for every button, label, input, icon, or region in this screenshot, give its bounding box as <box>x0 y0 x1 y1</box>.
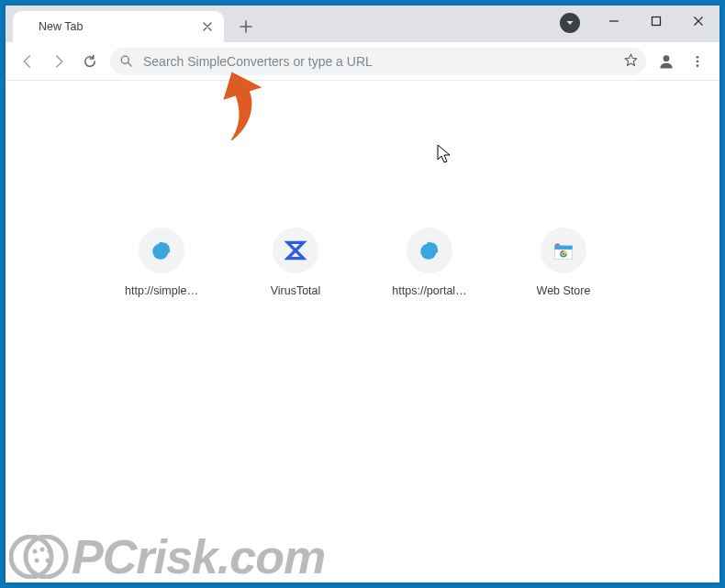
profile-button[interactable] <box>652 47 681 76</box>
window-close-button[interactable] <box>677 6 719 37</box>
minimize-button[interactable] <box>593 6 635 37</box>
back-button[interactable] <box>13 47 42 76</box>
tab-strip: New Tab <box>6 6 719 42</box>
browser-window: New Tab <box>6 6 719 582</box>
omnibox[interactable]: Search SimpleConverters or type a URL <box>110 48 646 75</box>
shortcut-label: http://simple… <box>125 284 198 297</box>
forward-button[interactable] <box>44 47 73 76</box>
tab-title: New Tab <box>39 20 193 33</box>
new-tab-button[interactable] <box>233 14 259 39</box>
shortcut-label: Web Store <box>537 284 591 297</box>
shortcut-icon <box>541 227 586 273</box>
svg-marker-0 <box>567 21 574 25</box>
search-icon <box>117 54 134 68</box>
window-controls <box>593 6 719 37</box>
shortcut-grid: http://simple… VirusTotal https://portal… <box>112 227 613 297</box>
shortcut-label: VirusTotal <box>271 284 321 297</box>
close-icon[interactable] <box>200 19 215 34</box>
kebab-menu-icon[interactable] <box>683 47 712 76</box>
shortcut-label: https://portal… <box>392 284 466 297</box>
shortcut-simpleconverters[interactable]: http://simple… <box>112 227 211 297</box>
omnibox-placeholder: Search SimpleConverters or type a URL <box>143 54 623 69</box>
svg-point-5 <box>664 55 670 61</box>
extension-icon[interactable] <box>560 13 580 33</box>
shortcut-webstore[interactable]: Web Store <box>514 227 613 297</box>
svg-point-6 <box>697 56 699 59</box>
new-tab-page: http://simple… VirusTotal https://portal… <box>6 81 719 582</box>
shortcut-icon <box>273 227 318 273</box>
svg-point-7 <box>697 60 699 62</box>
shortcut-icon <box>139 227 184 273</box>
shortcut-icon <box>407 227 452 273</box>
maximize-button[interactable] <box>635 6 677 37</box>
svg-rect-2 <box>652 17 661 26</box>
toolbar: Search SimpleConverters or type a URL <box>6 42 719 81</box>
reload-button[interactable] <box>75 47 105 76</box>
shortcut-portal[interactable]: https://portal… <box>380 227 479 297</box>
shortcut-virustotal[interactable]: VirusTotal <box>246 227 345 297</box>
svg-point-8 <box>697 64 699 67</box>
tab-new-tab[interactable]: New Tab <box>13 11 224 42</box>
svg-line-4 <box>128 62 131 66</box>
bookmark-star-icon[interactable] <box>623 52 639 71</box>
